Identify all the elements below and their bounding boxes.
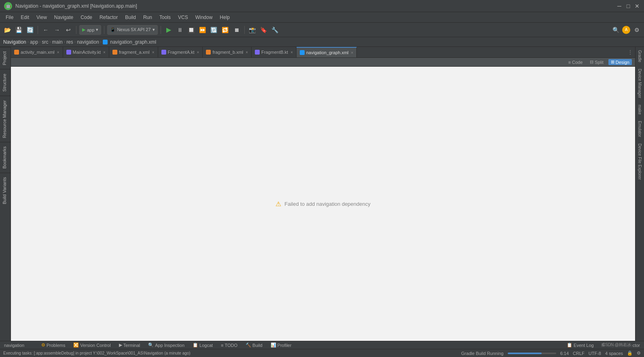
tab-close-fragment-b[interactable]: × [246, 50, 248, 55]
bottom-tool-logcat[interactable]: 📋 Logcat [191, 342, 214, 348]
menu-file[interactable]: File [2, 14, 17, 21]
capture-button[interactable]: 📸 [248, 25, 257, 35]
tab-close-fragmenta[interactable]: × [197, 50, 199, 55]
tab-close-fragmentb[interactable]: × [290, 50, 293, 55]
sidebar-tab-resource-manager[interactable]: Resource Manager [0, 96, 11, 142]
tab-navigation-graph-xml[interactable]: navigation_graph.xml × [297, 47, 357, 58]
breadcrumb-src[interactable]: src [42, 39, 48, 45]
bottom-tool-problems[interactable]: ⚙ Problems [40, 342, 67, 348]
breadcrumb-navigation[interactable]: navigation [77, 39, 99, 45]
tab-fragmenta-kt[interactable]: FragmentA.kt × [158, 47, 203, 58]
right-tab-emulator[interactable]: Emulator [636, 118, 643, 140]
right-tab-make[interactable]: make [636, 101, 643, 118]
right-tab-device-file-explorer[interactable]: Device File Explorer [636, 140, 643, 183]
bottom-tool-version-control[interactable]: 🔀 Version Control [72, 342, 112, 348]
breadcrumb: Navigation › app › src › main › res › na… [0, 37, 644, 47]
settings-button[interactable]: ⚙ [632, 25, 642, 35]
version-control-icon: 🔀 [73, 342, 79, 348]
breadcrumb-res[interactable]: res [66, 39, 73, 45]
minimize-button[interactable]: ─ [616, 3, 622, 9]
menu-window[interactable]: Window [192, 14, 216, 21]
build-progress-bar [508, 353, 556, 354]
content-wrapper: Project Structure Resource Manager Bookm… [0, 47, 644, 341]
forward-button[interactable]: → [52, 25, 62, 35]
status-crlf[interactable]: CRLF [573, 351, 585, 356]
menu-help[interactable]: Help [216, 14, 233, 21]
reload-button[interactable]: 🔁 [220, 25, 230, 35]
right-sidebar: Gradle Device Manager make Emulator Devi… [635, 47, 644, 341]
device-dropdown[interactable]: 📱 Nexus 5X API 27 ▾ [107, 25, 157, 35]
status-indent[interactable]: 4 spaces [605, 351, 623, 356]
debug-button[interactable]: ⏸ [175, 25, 185, 35]
profile-button[interactable]: A [622, 26, 630, 34]
app-dropdown[interactable]: ▶ app ▾ [79, 25, 101, 35]
breadcrumb-navigation[interactable]: Navigation [3, 39, 26, 45]
tab-label-fragment-a: fragment_a.xml [119, 50, 150, 55]
search-button[interactable]: 🔍 [611, 25, 621, 35]
menu-build[interactable]: Build [122, 14, 139, 21]
bottom-tool-todo[interactable]: ≡ TODO [219, 342, 239, 348]
undo-button[interactable]: ↩ [64, 25, 73, 35]
bookmark-button[interactable]: 🔖 [259, 25, 269, 35]
settings-toolbar-button[interactable]: 🔧 [270, 25, 280, 35]
menu-vcs[interactable]: VCS [175, 14, 191, 21]
attach-button[interactable]: 🔃 [209, 25, 219, 35]
tab-label-fragmentb: FragmentB.kt [261, 50, 288, 55]
view-split-button[interactable]: ⊟ Split [587, 59, 606, 65]
save-button[interactable]: 💾 [14, 25, 23, 35]
tab-fragmentb-kt[interactable]: FragmentB.kt × [252, 47, 297, 58]
tab-icon-xml-3 [206, 50, 211, 55]
problems-label: Problems [47, 343, 65, 348]
menu-refactor[interactable]: Refactor [96, 14, 121, 21]
bottom-tool-event-log[interactable]: 📋 Event Log [565, 342, 595, 348]
status-charset[interactable]: UTF-8 [589, 351, 601, 356]
right-tab-device-manager[interactable]: Device Manager [636, 65, 643, 101]
tab-mainactivity-kt[interactable]: MainActivity.kt × [63, 47, 109, 58]
breadcrumb-file[interactable]: navigation_graph.xml [110, 39, 156, 45]
view-design-button[interactable]: ⊞ Design [608, 59, 632, 65]
bottom-tool-app-inspection[interactable]: 🔍 App Inspection [146, 342, 186, 348]
breadcrumb-sep-4: › [64, 40, 65, 44]
maximize-button[interactable]: □ [625, 3, 631, 9]
tab-icon-kt-3 [255, 50, 260, 55]
sidebar-tab-project[interactable]: Project [0, 47, 11, 69]
bottom-tool-bar: navigation ⚙ Problems 🔀 Version Control … [0, 341, 644, 349]
run-button[interactable]: ▶ [164, 25, 174, 35]
stop-button[interactable]: ⏹ [232, 25, 241, 35]
tab-close-navigation-graph[interactable]: × [351, 51, 354, 55]
tab-fragment-a-xml[interactable]: fragment_a.xml × [109, 47, 158, 58]
sidebar-tab-structure[interactable]: Structure [0, 69, 11, 96]
bottom-tool-terminal[interactable]: ▶ Terminal [117, 342, 142, 348]
breadcrumb-file-icon [103, 40, 108, 44]
terminal-label: Terminal [123, 343, 140, 348]
menu-run[interactable]: Run [140, 14, 155, 21]
tab-label-activity-main: activity_main.xml [21, 50, 55, 55]
sidebar-tab-build-variants[interactable]: Build Variants [0, 173, 11, 208]
breadcrumb-main[interactable]: main [52, 39, 63, 45]
view-code-button[interactable]: ≡ Code [566, 59, 585, 65]
close-button[interactable]: ✕ [634, 3, 640, 9]
tab-close-mainactivity[interactable]: × [103, 50, 106, 55]
stop-debug-button[interactable]: 🔲 [186, 25, 196, 35]
menu-tools[interactable]: Tools [156, 14, 174, 21]
tab-close-activity-main[interactable]: × [57, 50, 59, 55]
menu-navigate[interactable]: Navigate [51, 14, 76, 21]
menu-edit[interactable]: Edit [17, 14, 32, 21]
back-button[interactable]: ← [41, 25, 51, 35]
tab-activity-main-xml[interactable]: activity_main.xml × [11, 47, 63, 58]
right-tab-gradle[interactable]: Gradle [636, 47, 643, 65]
menu-view[interactable]: View [33, 14, 50, 21]
step-over-button[interactable]: ⏩ [198, 25, 208, 35]
tab-more-button[interactable]: ⋮ [625, 49, 635, 55]
sidebar-tab-bookmarks[interactable]: Bookmarks [0, 142, 11, 173]
bottom-tool-profiler[interactable]: 📊 Profiler [269, 342, 293, 348]
breadcrumb-sep-1: › [28, 40, 29, 44]
sync-button[interactable]: 🔄 [25, 25, 35, 35]
app-inspection-icon: 🔍 [148, 342, 154, 348]
tab-fragment-b-xml[interactable]: fragment_b.xml × [203, 47, 252, 58]
open-folder-button[interactable]: 📂 [2, 25, 12, 35]
menu-code[interactable]: Code [77, 14, 95, 21]
bottom-tool-build[interactable]: 🔨 Build [244, 342, 264, 348]
breadcrumb-app[interactable]: app [30, 39, 38, 45]
tab-close-fragment-a[interactable]: × [152, 50, 155, 55]
